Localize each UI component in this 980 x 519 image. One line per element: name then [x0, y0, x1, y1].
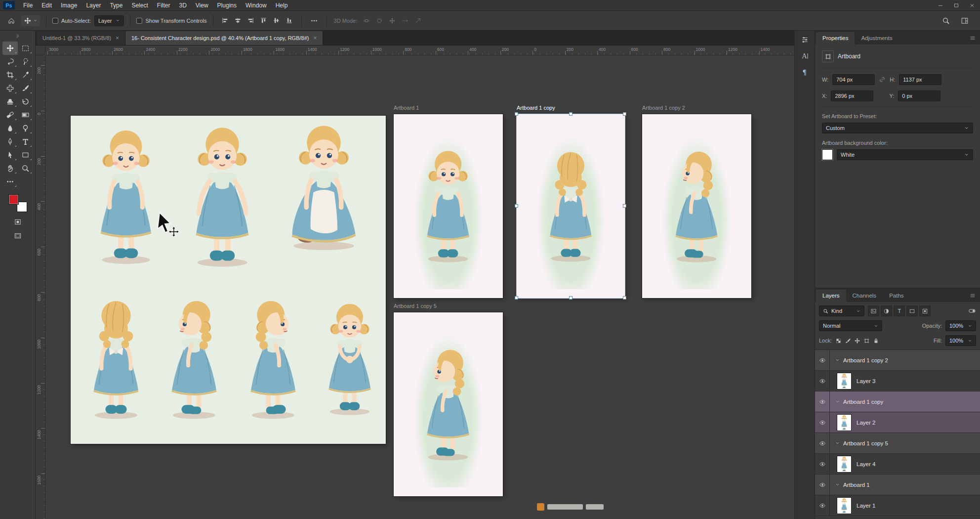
align-left-edges-button[interactable]	[219, 15, 231, 27]
menu-type[interactable]: Type	[105, 0, 127, 11]
menu-select[interactable]: Select	[127, 0, 152, 11]
layer-thumbnail[interactable]	[837, 373, 852, 389]
close-tab-icon[interactable]: ×	[313, 35, 317, 42]
close-button[interactable]	[964, 0, 980, 11]
menu-help[interactable]: Help	[271, 0, 292, 11]
selection-handle[interactable]	[623, 112, 626, 116]
layer-thumbnail[interactable]	[837, 497, 852, 514]
layer-row[interactable]: Layer 3	[815, 371, 980, 391]
panel-menu-icon[interactable]	[969, 292, 976, 299]
crop-tool[interactable]	[2, 68, 18, 82]
layer-row-artboard[interactable]: Artboard 1 copy 2	[815, 350, 980, 371]
home-button[interactable]	[5, 14, 18, 27]
tab-properties[interactable]: Properties	[816, 32, 855, 44]
minimize-button[interactable]	[933, 0, 948, 11]
spot-healing-brush-tool[interactable]	[2, 82, 18, 95]
selection-handle[interactable]	[515, 204, 518, 208]
x-input[interactable]: 2896 px	[831, 90, 873, 101]
opacity-input[interactable]: 100%	[945, 320, 976, 331]
horizontal-ruler[interactable]: 3000280026002400220020001800160014001200…	[45, 45, 794, 55]
artboard-main[interactable]	[71, 116, 386, 444]
edit-toolbar-tool[interactable]	[2, 175, 18, 188]
type-tool[interactable]	[18, 135, 33, 148]
visibility-toggle[interactable]	[815, 371, 830, 391]
gradient-tool[interactable]	[18, 108, 33, 122]
link-dimensions-icon[interactable]	[879, 76, 886, 83]
tab-channels[interactable]: Channels	[846, 290, 883, 302]
menu-filter[interactable]: Filter	[153, 0, 175, 11]
lock-transparent-pixels-button[interactable]	[835, 338, 842, 344]
zoom-tool[interactable]	[18, 162, 33, 175]
filter-type-layers-button[interactable]: T	[894, 305, 905, 316]
layer-thumbnail[interactable]	[837, 456, 852, 473]
chevron-down-icon[interactable]	[835, 399, 840, 404]
layer-filter-dropdown[interactable]: Kind	[819, 305, 864, 316]
vertical-ruler[interactable]: 20002004006008001000120014001600	[36, 55, 45, 519]
layer-row[interactable]: Layer 1	[815, 495, 980, 516]
photoshop-logo[interactable]: Ps	[3, 1, 15, 9]
chevron-down-icon[interactable]	[835, 357, 840, 363]
artboard-1-copy[interactable]	[517, 114, 625, 298]
lock-artboard-nesting-button[interactable]	[863, 338, 870, 344]
menu-window[interactable]: Window	[241, 0, 271, 11]
artboard-1[interactable]	[394, 114, 503, 298]
chevron-down-icon[interactable]	[835, 440, 840, 446]
visibility-toggle[interactable]	[815, 495, 830, 516]
preset-dropdown[interactable]: Custom	[822, 123, 973, 133]
workspace-switcher-icon[interactable]	[958, 14, 971, 27]
align-bottom-edges-button[interactable]	[284, 15, 295, 27]
background-color-dropdown[interactable]: White	[837, 149, 973, 160]
foreground-color-swatch[interactable]	[8, 194, 19, 205]
pen-tool[interactable]	[2, 135, 18, 148]
lock-all-button[interactable]	[873, 338, 879, 344]
document-tab[interactable]: 16- Consistent Character design.psd @ 40…	[125, 31, 324, 45]
artboard-label-selected[interactable]: Artboard 1 copy	[517, 105, 555, 111]
screen-mode-button[interactable]	[14, 232, 22, 240]
rectangle-tool[interactable]	[18, 148, 33, 162]
quick-selection-tool[interactable]	[18, 55, 33, 68]
y-input[interactable]: 0 px	[898, 90, 940, 101]
layer-row-artboard[interactable]: Artboard 1 copy	[815, 391, 980, 412]
visibility-toggle[interactable]	[815, 433, 830, 453]
layer-row[interactable]: Layer 2	[815, 412, 980, 433]
selection-handle[interactable]	[623, 296, 626, 300]
tool-preset-picker[interactable]	[21, 15, 40, 26]
artboard-label[interactable]: Artboard 1	[394, 105, 419, 111]
document-tab[interactable]: Untitled-1 @ 33.3% (RGB/8)×	[37, 31, 125, 45]
visibility-toggle[interactable]	[815, 391, 830, 412]
selection-handle[interactable]	[515, 296, 518, 300]
panel-menu-icon[interactable]	[969, 35, 976, 42]
eyedropper-tool[interactable]	[18, 68, 33, 82]
menu-image[interactable]: Image	[56, 0, 82, 11]
blur-tool[interactable]	[2, 122, 18, 135]
menu-file[interactable]: File	[19, 0, 37, 11]
rectangular-marquee-tool[interactable]	[18, 42, 33, 55]
restore-button[interactable]	[948, 0, 964, 11]
selection-handle[interactable]	[623, 204, 626, 208]
selection-handle[interactable]	[569, 112, 572, 116]
auto-select-target-dropdown[interactable]: Layer	[94, 15, 124, 26]
menu-3d[interactable]: 3D	[174, 0, 191, 11]
tab-paths[interactable]: Paths	[883, 290, 910, 302]
menu-layer[interactable]: Layer	[82, 0, 105, 11]
lock-image-pixels-button[interactable]	[845, 338, 851, 344]
align-right-edges-button[interactable]	[245, 15, 257, 27]
brush-settings-panel-icon[interactable]	[801, 36, 809, 44]
move-tool[interactable]	[2, 42, 18, 55]
menu-plugins[interactable]: Plugins	[213, 0, 241, 11]
artboard-1-copy-5[interactable]	[394, 312, 503, 496]
character-panel-icon[interactable]: A	[801, 52, 809, 60]
selection-handle[interactable]	[515, 112, 518, 116]
align-top-edges-button[interactable]	[258, 15, 270, 27]
filter-adjustment-layers-button[interactable]	[881, 305, 892, 316]
filter-smart-objects-button[interactable]	[919, 305, 931, 316]
visibility-toggle[interactable]	[815, 350, 830, 370]
filter-pixel-layers-button[interactable]	[868, 305, 879, 316]
blend-mode-dropdown[interactable]: Normal	[819, 320, 882, 331]
background-color-swatch[interactable]	[822, 149, 833, 160]
fill-input[interactable]: 100%	[945, 335, 976, 346]
artboard-label[interactable]: Artboard 1 copy 5	[394, 303, 437, 309]
tab-layers[interactable]: Layers	[816, 290, 846, 302]
close-tab-icon[interactable]: ×	[116, 35, 119, 42]
menu-view[interactable]: View	[191, 0, 213, 11]
